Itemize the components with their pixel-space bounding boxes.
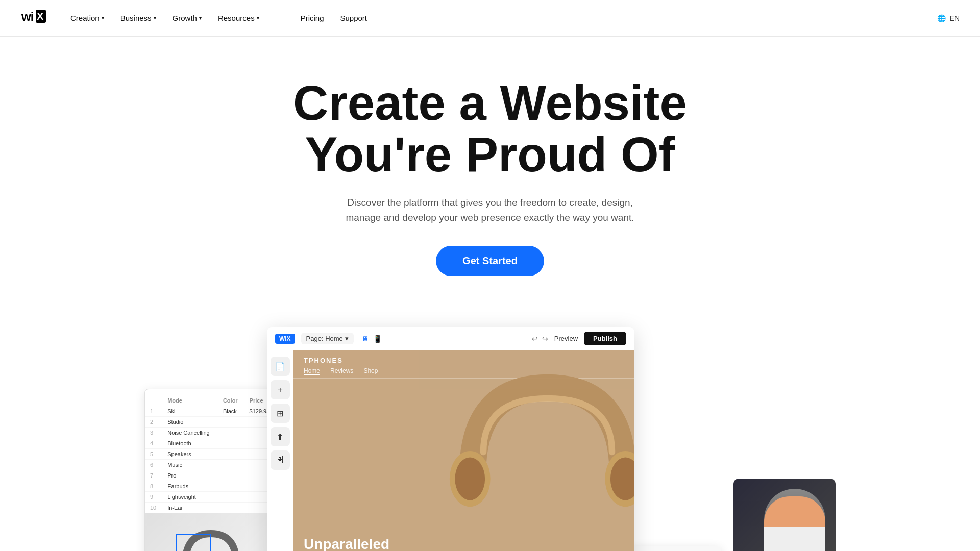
table-row: 7 Pro: [145, 470, 277, 481]
canvas-hero-text: Unparalleled Listening Experience: [304, 536, 448, 551]
nav-resources[interactable]: Resources ▾: [218, 14, 259, 22]
nav-growth[interactable]: Growth ▾: [173, 14, 202, 22]
table-row: 9 Lightweight: [145, 492, 277, 503]
add-section-icon[interactable]: ＋: [271, 380, 290, 399]
database-icon[interactable]: 🗄: [271, 450, 290, 470]
blog-person-image: [764, 489, 825, 551]
chevron-down-icon: ▾: [257, 15, 259, 21]
demo-area: Mode Color Price 1 Ski Black $129.95 2 S…: [0, 327, 980, 551]
site-nav-shop[interactable]: Shop: [363, 367, 378, 375]
desktop-icon[interactable]: 🖥: [362, 335, 369, 343]
editor-body: 📄 ＋ ⊞ ⬆ 🗄 TPHONES Home Reviews Shop: [267, 350, 634, 551]
language-selector[interactable]: 🌐 EN: [937, 14, 960, 22]
apps-icon[interactable]: ⊞: [271, 404, 290, 423]
table-row: 2 Studio: [145, 417, 277, 428]
table-row: 1 Ski Black $129.95: [145, 406, 277, 417]
hero-subtitle: Discover the platform that gives you the…: [20, 195, 960, 226]
product-image-box: [145, 513, 277, 551]
cart-panel: › CART END-PRO QTY: 1 $199.95: [629, 546, 721, 551]
svg-point-6: [455, 458, 485, 500]
table-row: 4 Bluetooth: [145, 438, 277, 449]
page-selector[interactable]: Page: Home ▾: [301, 333, 354, 344]
chevron-down-icon: ▾: [154, 15, 156, 21]
selection-box: [176, 534, 211, 551]
editor-toolbar: WiX Page: Home ▾ 🖥 📱 ↩ ↪ Preview Publish: [267, 327, 634, 350]
publish-button[interactable]: Publish: [584, 332, 626, 345]
headphone-hero-svg: [440, 356, 634, 551]
redo-icon[interactable]: ↪: [542, 335, 548, 343]
hero-section: Create a Website You're Proud Of Discove…: [0, 37, 980, 307]
blog-image: [733, 479, 836, 551]
product-table-panel: Mode Color Price 1 Ski Black $129.95 2 S…: [144, 389, 277, 551]
nav-support[interactable]: Support: [340, 14, 368, 22]
nav-divider: [280, 12, 280, 24]
svg-text:X: X: [37, 11, 44, 22]
blog-card-panel: Nicolas Lynn July 16 • 3 min ⋮ Travel He…: [733, 479, 836, 551]
chevron-down-icon: ▾: [102, 15, 104, 21]
table-row: 3 Noise Cancelling: [145, 428, 277, 438]
product-table: Mode Color Price 1 Ski Black $129.95 2 S…: [145, 395, 277, 513]
pages-icon[interactable]: 📄: [271, 357, 290, 376]
chevron-down-icon: ▾: [345, 335, 349, 342]
get-started-button[interactable]: Get Started: [436, 246, 544, 276]
wix-logo[interactable]: wi X: [20, 9, 46, 28]
undo-redo: ↩ ↪: [532, 335, 548, 343]
wix-editor-badge: WiX: [275, 334, 295, 344]
nav-creation[interactable]: Creation ▾: [70, 14, 104, 22]
site-nav-home[interactable]: Home: [304, 367, 320, 375]
mobile-icon[interactable]: 📱: [373, 335, 382, 343]
device-icons: 🖥 📱: [362, 335, 382, 343]
table-row: 10 In-Ear: [145, 503, 277, 513]
site-nav-reviews[interactable]: Reviews: [330, 367, 353, 375]
globe-icon: 🌐: [937, 14, 946, 22]
cart-header: › CART: [629, 546, 721, 551]
editor-canvas: TPHONES Home Reviews Shop Unparalleled L…: [293, 350, 634, 551]
chevron-down-icon: ▾: [199, 15, 202, 21]
table-row: 6 Music: [145, 460, 277, 470]
editor-left-toolbar: 📄 ＋ ⊞ ⬆ 🗄: [267, 350, 293, 551]
navbar: wi X Creation ▾ Business ▾ Growth ▾ Reso…: [0, 0, 980, 37]
svg-text:wi: wi: [21, 10, 33, 23]
media-icon[interactable]: ⬆: [271, 427, 290, 446]
table-row: 8 Earbuds: [145, 481, 277, 492]
nav-pricing[interactable]: Pricing: [301, 14, 324, 22]
table-row: 5 Speakers: [145, 449, 277, 460]
nav-items: Creation ▾ Business ▾ Growth ▾ Resources…: [70, 12, 367, 24]
undo-icon[interactable]: ↩: [532, 335, 538, 343]
hero-title: Create a Website You're Proud Of: [20, 78, 960, 181]
nav-business[interactable]: Business ▾: [120, 14, 156, 22]
preview-button[interactable]: Preview: [554, 335, 578, 342]
editor-panel: WiX Page: Home ▾ 🖥 📱 ↩ ↪ Preview Publish…: [267, 327, 634, 551]
